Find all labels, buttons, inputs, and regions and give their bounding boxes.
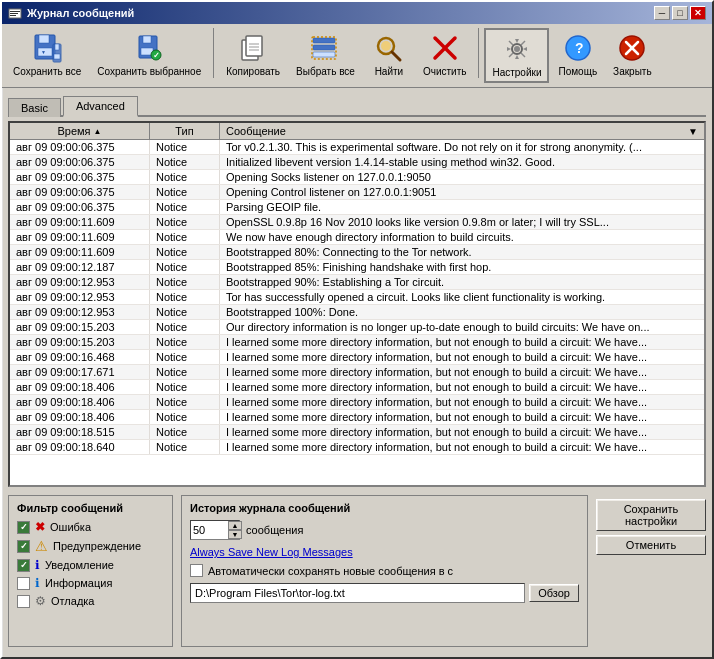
svg-rect-2 [10, 13, 18, 14]
cell-type: Notice [150, 290, 220, 304]
table-row[interactable]: авг 09 09:00:18.406 Notice I learned som… [10, 380, 704, 395]
table-row[interactable]: авг 09 09:00:12.953 Notice Tor has succe… [10, 290, 704, 305]
cell-time: авг 09 09:00:12.953 [10, 275, 150, 289]
cell-type: Notice [150, 305, 220, 319]
filter-notice-checkbox[interactable] [17, 559, 30, 572]
table-row[interactable]: авг 09 09:00:11.609 Notice Bootstrapped … [10, 245, 704, 260]
cell-type: Notice [150, 395, 220, 409]
save-selected-icon: ✓ [133, 32, 165, 64]
cell-type: Notice [150, 245, 220, 259]
minimize-button[interactable]: ─ [654, 6, 670, 20]
find-button[interactable]: Найти [364, 28, 414, 81]
cell-type: Notice [150, 380, 220, 394]
cell-time: авг 09 09:00:11.609 [10, 245, 150, 259]
filter-debug-label: Отладка [51, 595, 94, 607]
toolbar: ▼ Сохранить все ✓ Сохранить выбранное [2, 24, 712, 88]
cell-time: авг 09 09:00:15.203 [10, 320, 150, 334]
table-row[interactable]: авг 09 09:00:11.609 Notice We now have e… [10, 230, 704, 245]
cell-message: Tor has successfully opened a circuit. L… [220, 290, 704, 304]
right-buttons: Сохранить настройки Отменить [596, 495, 706, 647]
table-row[interactable]: авг 09 09:00:15.203 Notice Our directory… [10, 320, 704, 335]
table-row[interactable]: авг 09 09:00:06.375 Notice Parsing GEOIP… [10, 200, 704, 215]
cell-time: авг 09 09:00:12.187 [10, 260, 150, 274]
maximize-button[interactable]: □ [672, 6, 688, 20]
window-icon [8, 6, 22, 20]
cell-message: We now have enough directory information… [220, 230, 704, 244]
filter-error-checkbox[interactable] [17, 521, 30, 534]
header-time[interactable]: Время ▲ [10, 123, 150, 139]
save-settings-button[interactable]: Сохранить настройки [596, 499, 706, 531]
svg-line-33 [521, 41, 525, 45]
svg-line-26 [392, 52, 400, 60]
filter-notice-label: Уведомление [45, 559, 114, 571]
filter-panel: Фильтр сообщений ✖ Ошибка ⚠ Предупрежден… [8, 495, 173, 647]
settings-button[interactable]: Настройки [484, 28, 549, 83]
notice-icon: ℹ [35, 558, 40, 572]
table-row[interactable]: авг 09 09:00:18.515 Notice I learned som… [10, 425, 704, 440]
filter-info-checkbox[interactable] [17, 577, 30, 590]
clear-button[interactable]: Очистить [416, 28, 474, 81]
cell-type: Notice [150, 215, 220, 229]
browse-button[interactable]: Обзор [529, 584, 579, 602]
svg-point-27 [381, 41, 391, 51]
clear-label: Очистить [423, 66, 467, 77]
table-row[interactable]: авг 09 09:00:16.468 Notice I learned som… [10, 350, 704, 365]
cell-time: авг 09 09:00:11.609 [10, 215, 150, 229]
table-row[interactable]: авг 09 09:00:06.375 Notice Initialized l… [10, 155, 704, 170]
cell-message: I learned some more directory informatio… [220, 395, 704, 409]
table-row[interactable]: авг 09 09:00:06.375 Notice Opening Contr… [10, 185, 704, 200]
tabs-container: Basic Advanced [8, 94, 706, 117]
close-toolbar-button[interactable]: Закрыть [606, 28, 659, 81]
header-type[interactable]: Тип [150, 123, 220, 139]
table-row[interactable]: авг 09 09:00:12.953 Notice Bootstrapped … [10, 305, 704, 320]
autosave-label: Автоматически сохранять новые сообщения … [208, 565, 453, 577]
save-selected-button[interactable]: ✓ Сохранить выбранное [90, 28, 208, 81]
log-table-header: Время ▲ Тип Сообщение ▼ [10, 123, 704, 140]
copy-button[interactable]: Копировать [219, 28, 287, 81]
autosave-checkbox[interactable] [190, 564, 203, 577]
log-rows[interactable]: авг 09 09:00:06.375 Notice Tor v0.2.1.30… [10, 140, 704, 485]
svg-point-31 [514, 46, 520, 52]
history-spinbox[interactable]: ▲ ▼ [190, 520, 240, 540]
cell-time: авг 09 09:00:17.671 [10, 365, 150, 379]
cell-type: Notice [150, 230, 220, 244]
table-row[interactable]: авг 09 09:00:18.406 Notice I learned som… [10, 410, 704, 425]
cell-type: Notice [150, 140, 220, 154]
select-all-button[interactable]: Выбрать все [289, 28, 362, 81]
find-label: Найти [375, 66, 404, 77]
main-window: Журнал сообщений ─ □ ✕ ▼ Сохранит [0, 0, 714, 659]
header-message[interactable]: Сообщение ▼ [220, 123, 704, 139]
filter-warning-checkbox[interactable] [17, 540, 30, 553]
tab-basic[interactable]: Basic [8, 98, 61, 117]
cell-type: Notice [150, 275, 220, 289]
help-button[interactable]: ? Помощь [551, 28, 604, 81]
settings-icon [501, 33, 533, 65]
cell-time: авг 09 09:00:18.406 [10, 410, 150, 424]
table-row[interactable]: авг 09 09:00:12.187 Notice Bootstrapped … [10, 260, 704, 275]
cell-time: авг 09 09:00:06.375 [10, 170, 150, 184]
filter-debug-checkbox[interactable] [17, 595, 30, 608]
table-row[interactable]: авг 09 09:00:18.640 Notice I learned som… [10, 440, 704, 455]
table-row[interactable]: авг 09 09:00:17.671 Notice I learned som… [10, 365, 704, 380]
table-row[interactable]: авг 09 09:00:12.953 Notice Bootstrapped … [10, 275, 704, 290]
table-row[interactable]: авг 09 09:00:06.375 Notice Tor v0.2.1.30… [10, 140, 704, 155]
history-count-input[interactable] [193, 524, 228, 536]
sort-arrow-time: ▲ [94, 127, 102, 136]
debug-icon: ⚙ [35, 594, 46, 608]
cell-type: Notice [150, 320, 220, 334]
cell-type: Notice [150, 425, 220, 439]
filepath-input[interactable] [190, 583, 525, 603]
close-title-button[interactable]: ✕ [690, 6, 706, 20]
spin-up[interactable]: ▲ [228, 521, 242, 530]
spin-down[interactable]: ▼ [228, 530, 242, 539]
help-icon: ? [562, 32, 594, 64]
tab-advanced[interactable]: Advanced [63, 96, 138, 117]
always-save-link[interactable]: Always Save New Log Messages [190, 546, 579, 558]
save-all-button[interactable]: ▼ Сохранить все [6, 28, 88, 81]
table-row[interactable]: авг 09 09:00:11.609 Notice OpenSSL 0.9.8… [10, 215, 704, 230]
table-row[interactable]: авг 09 09:00:15.203 Notice I learned som… [10, 335, 704, 350]
cell-time: авг 09 09:00:15.203 [10, 335, 150, 349]
table-row[interactable]: авг 09 09:00:18.406 Notice I learned som… [10, 395, 704, 410]
table-row[interactable]: авг 09 09:00:06.375 Notice Opening Socks… [10, 170, 704, 185]
cancel-button[interactable]: Отменить [596, 535, 706, 555]
